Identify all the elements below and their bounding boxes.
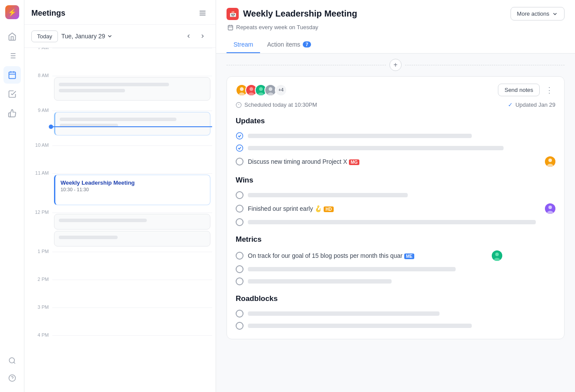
weekly-leadership-meeting-event[interactable]: Weekly Leadership Meeting 10:30 - 11:30: [54, 175, 210, 205]
updates-section: Updates: [236, 117, 555, 169]
next-arrow[interactable]: [196, 30, 209, 42]
tag-me: ME: [404, 253, 414, 259]
item-avatar: [545, 156, 555, 167]
event-placeholder-2[interactable]: [54, 112, 210, 135]
tab-action-items[interactable]: Action items 7: [260, 37, 318, 53]
todo-item[interactable]: [236, 308, 555, 320]
meeting-event-time: 10:30 - 11:30: [61, 187, 205, 192]
sidebar-item-home[interactable]: [3, 28, 21, 45]
unchecked-circle: [236, 322, 244, 330]
sidebar-item-feedback[interactable]: [3, 105, 21, 122]
repeat-info: Repeats every week on Tuesday: [227, 24, 565, 36]
metrics-section: Metrics On track for our goal of 15 blog…: [236, 235, 555, 287]
time-label: 3 PM: [28, 304, 52, 310]
todo-item[interactable]: [236, 263, 555, 275]
meeting-title: Weekly Leadership Meeting: [243, 9, 357, 19]
tabs: Stream Action items 7: [227, 37, 565, 53]
sidebar-item-help[interactable]: [3, 369, 21, 387]
events-col-7am: [52, 48, 212, 50]
today-button[interactable]: Today: [31, 30, 58, 42]
meeting-icon: 📅: [227, 8, 239, 20]
event-placeholder-1[interactable]: [54, 77, 210, 101]
main-content[interactable]: +: [216, 54, 575, 392]
attendee-avatars: +4: [236, 84, 284, 96]
time-row-9am: 9 AM: [28, 111, 212, 145]
time-row-2pm: 2 PM: [28, 280, 212, 308]
sidebar-item-calendar[interactable]: [3, 66, 21, 84]
note-meta-scheduled: Scheduled today at 10:30PM: [236, 101, 317, 108]
time-row-11am: 11 AM Weekly Leadership Meeting 10:30 - …: [28, 173, 212, 213]
note-more-button[interactable]: ⋮: [543, 84, 555, 96]
action-items-badge: 7: [303, 41, 311, 47]
time-label: 11 AM: [28, 170, 52, 176]
todo-placeholder: [248, 324, 472, 328]
sidebar-item-search[interactable]: [3, 352, 21, 369]
more-actions-button[interactable]: More actions: [511, 7, 565, 20]
date-display[interactable]: Tue, January 29: [61, 33, 113, 40]
svg-rect-17: [228, 25, 233, 30]
todo-item[interactable]: [236, 320, 555, 332]
todo-placeholder: [248, 134, 472, 138]
events-col-2pm: [52, 280, 212, 282]
time-label: 10 AM: [28, 142, 52, 148]
tab-stream[interactable]: Stream: [227, 37, 260, 53]
time-label: 1 PM: [28, 249, 52, 254]
time-row-12pm: 12 PM: [28, 213, 212, 252]
todo-item[interactable]: [236, 275, 555, 287]
todo-item[interactable]: On track for our goal of 15 blog posts p…: [236, 248, 555, 263]
svg-point-10: [9, 358, 14, 363]
time-label: 7 AM: [28, 48, 52, 50]
tag-hd: HD: [324, 206, 333, 212]
todo-item[interactable]: [236, 189, 555, 201]
time-row-1pm: 1 PM: [28, 252, 212, 280]
event-placeholder-3[interactable]: [54, 214, 210, 230]
calendar-scroll[interactable]: 7 AM 8 AM 9 AM: [24, 48, 216, 392]
events-col-9am: [52, 111, 212, 138]
unchecked-circle: [236, 218, 244, 226]
svg-point-42: [548, 206, 552, 209]
app-logo: ⚡: [5, 5, 19, 19]
menu-icon[interactable]: [196, 7, 209, 19]
time-row-7am: 7 AM: [28, 48, 212, 76]
todo-item[interactable]: Finished our sprint early 🪝HD: [236, 201, 555, 216]
todo-placeholder: [248, 279, 392, 284]
note-meta: Scheduled today at 10:30PM ✓ Updated Jan…: [236, 101, 555, 108]
sidebar-item-tasks[interactable]: [3, 85, 21, 103]
events-col-3pm: [52, 308, 212, 310]
todo-text: Discuss new timing around Project XMG: [248, 158, 541, 165]
events-col-1pm: [52, 252, 212, 254]
time-row-10am: 10 AM: [28, 145, 212, 173]
todo-placeholder: [248, 193, 408, 197]
send-notes-button[interactable]: Send notes: [498, 84, 540, 96]
item-avatar: [545, 203, 555, 214]
svg-point-25: [250, 87, 254, 91]
todo-item[interactable]: Discuss new timing around Project XMG: [236, 154, 555, 169]
roadblocks-title: Roadblocks: [236, 294, 555, 303]
time-row-4pm: 4 PM: [28, 335, 212, 363]
time-row-3pm: 3 PM: [28, 308, 212, 335]
time-label: 8 AM: [28, 73, 52, 78]
todo-item[interactable]: [236, 130, 555, 142]
todo-placeholder: [248, 267, 456, 271]
add-button[interactable]: +: [389, 59, 402, 71]
todo-item[interactable]: [236, 142, 555, 154]
left-panel: Meetings Today Tue, January 29 7 AM 8 A: [24, 0, 216, 392]
svg-point-31: [269, 87, 273, 91]
todo-text: Finished our sprint early 🪝HD: [248, 205, 541, 212]
checked-icon: [236, 144, 244, 152]
todo-item[interactable]: [236, 216, 555, 228]
prev-arrow[interactable]: [183, 30, 195, 42]
checked-icon: [236, 132, 244, 140]
event-placeholder-4[interactable]: [54, 231, 210, 247]
sidebar-item-notes[interactable]: [3, 47, 21, 64]
svg-rect-6: [9, 72, 15, 78]
time-label: 12 PM: [28, 210, 52, 215]
note-card-header: +4 Send notes ⋮: [236, 84, 555, 96]
todo-placeholder: [248, 146, 504, 150]
time-label: 9 AM: [28, 108, 52, 113]
svg-line-11: [14, 362, 15, 363]
sidebar: ⚡: [0, 0, 24, 392]
unchecked-circle: [236, 277, 244, 285]
check-icon: ✓: [508, 101, 513, 108]
todo-placeholder: [248, 220, 536, 224]
